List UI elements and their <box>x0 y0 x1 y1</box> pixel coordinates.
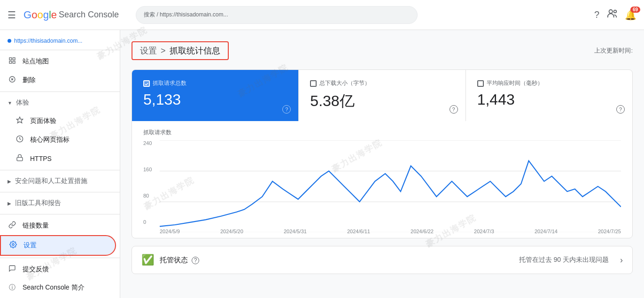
chart-svg <box>160 140 621 232</box>
x-label-6: 2024/7/14 <box>535 229 558 234</box>
stat-card-response-time[interactable]: 平均响应时间（毫秒） 1,443 ? <box>466 70 632 121</box>
google-logo-text: Google <box>23 9 57 21</box>
links-icon <box>8 221 17 230</box>
svg-rect-2 <box>9 58 12 60</box>
remove-label: 删除 <box>23 76 36 84</box>
core-web-label: 核心网页指标 <box>30 136 70 144</box>
divider-3 <box>0 170 120 170</box>
breadcrumb: 设置 > 抓取统计信息 <box>132 41 229 60</box>
hosting-status-desc: 托管在过去 90 天内未出现问题 <box>519 256 609 264</box>
x-label-4: 2024/6/22 <box>411 229 434 234</box>
status-check-icon: ✅ <box>141 254 154 266</box>
stats-container: 抓取请求总数 5,133 ? 总下载大小（字节） 5.38亿 ? <box>132 69 633 238</box>
remove-icon <box>8 76 17 85</box>
stat2-value: 5.38亿 <box>310 91 454 112</box>
notification-badge: 69 <box>630 7 640 13</box>
sidebar-url[interactable]: https://thisisadomain.com... <box>0 34 120 48</box>
chart-container: 240 160 80 0 <box>143 140 621 234</box>
security-section[interactable]: ▶ 安全问题和人工处置措施 <box>0 172 120 190</box>
help-icon[interactable]: ? <box>594 9 599 20</box>
settings-label: 设置 <box>23 241 37 250</box>
page-experience-label: 页面体验 <box>30 117 56 125</box>
chart-title: 抓取请求数 <box>143 129 621 137</box>
sidebar-item-settings[interactable]: 设置 <box>0 235 116 256</box>
sidebar-item-links[interactable]: 链接数量 <box>0 216 116 235</box>
x-label-7: 2024/7/25 <box>598 229 621 234</box>
topbar-actions: ? 🔔 69 <box>594 8 636 21</box>
x-label-3: 2024/6/11 <box>347 229 370 234</box>
x-label-1: 2024/5/20 <box>220 229 243 234</box>
page-experience-icon <box>15 116 24 126</box>
product-name-label: Search Console <box>59 10 119 20</box>
sidebar-item-core-web[interactable]: 核心网页指标 <box>0 130 116 149</box>
sidebar-item-remove[interactable]: 删除 <box>0 71 116 90</box>
svg-rect-5 <box>9 61 12 63</box>
svg-point-0 <box>609 10 613 13</box>
svg-marker-9 <box>16 117 23 123</box>
stat-card-download-size[interactable]: 总下载大小（字节） 5.38亿 ? <box>299 70 466 121</box>
stat-label-3: 平均响应时间（毫秒） <box>477 79 621 87</box>
hosting-help-icon[interactable]: ? <box>192 257 199 264</box>
sidebar-item-intro[interactable]: ⓘ Search Console 简介 <box>0 279 116 297</box>
svg-rect-4 <box>13 61 15 63</box>
notification-icon[interactable]: 🔔 69 <box>625 9 636 21</box>
divider-1 <box>0 50 120 50</box>
y-label-160: 160 <box>143 167 157 172</box>
svg-rect-3 <box>13 58 15 60</box>
https-label: HTTPS <box>30 155 52 162</box>
stats-cards: 抓取请求总数 5,133 ? 总下载大小（字节） 5.38亿 ? <box>132 70 632 121</box>
stat-label-1: 抓取请求总数 <box>143 79 287 87</box>
svg-point-1 <box>614 10 617 13</box>
svg-rect-11 <box>17 157 23 160</box>
sidebar: https://thisisadomain.com... 站点地图 删除 ▼ 体… <box>0 30 120 298</box>
chart-y-labels: 240 160 80 0 <box>143 140 157 225</box>
stat3-help-icon[interactable]: ? <box>616 105 625 114</box>
https-icon <box>15 154 24 163</box>
sidebar-url-text: https://thisisadomain.com... <box>14 38 82 44</box>
legacy-section[interactable]: ▶ 旧版工具和报告 <box>0 194 120 212</box>
sidebar-item-https[interactable]: HTTPS <box>0 149 116 168</box>
intro-icon: ⓘ <box>8 283 17 292</box>
y-label-0: 0 <box>143 219 157 225</box>
layout: https://thisisadomain.com... 站点地图 删除 ▼ 体… <box>0 30 644 298</box>
checkbox-checked <box>143 80 150 87</box>
stat3-label-text: 平均响应时间（毫秒） <box>487 79 543 87</box>
sidebar-item-page-experience[interactable]: 页面体验 <box>0 112 116 130</box>
hosting-status-card[interactable]: ✅ 托管状态 ? 托管在过去 90 天内未出现问题 › <box>132 246 633 274</box>
app-logo: Google Search Console <box>23 9 119 21</box>
stat3-value: 1,443 <box>477 91 621 108</box>
stat2-help-icon[interactable]: ? <box>450 105 458 114</box>
main-content: 设置 > 抓取统计信息 上次更新时间: 抓取请求总数 5, <box>120 30 644 298</box>
section-arrow: ▼ <box>8 100 12 106</box>
sitemap-label: 站点地图 <box>23 57 49 66</box>
settings-icon <box>8 241 18 250</box>
security-label: 安全问题和人工处置措施 <box>15 177 87 185</box>
y-label-240: 240 <box>143 140 157 146</box>
experience-section-label: 体验 <box>16 99 29 107</box>
search-bar[interactable]: 搜索 / https://thisisadomain.com... <box>136 6 418 24</box>
divider-4 <box>0 192 120 192</box>
topbar: ☰ Google Search Console 搜索 / https://thi… <box>0 0 644 30</box>
stat1-help-icon[interactable]: ? <box>282 105 291 114</box>
experience-section[interactable]: ▼ 体验 <box>0 94 120 112</box>
checkbox-empty-3 <box>477 80 484 87</box>
svg-point-12 <box>12 244 14 245</box>
breadcrumb-area: 设置 > 抓取统计信息 上次更新时间: <box>132 41 633 60</box>
search-text: 搜索 / https://thisisadomain.com... <box>144 11 228 19</box>
sitemap-icon <box>8 57 17 66</box>
breadcrumb-current: 抓取统计信息 <box>170 45 220 56</box>
menu-icon[interactable]: ☰ <box>8 9 16 21</box>
intro-label: Search Console 简介 <box>23 283 85 292</box>
links-label: 链接数量 <box>23 222 49 230</box>
account-icon[interactable] <box>607 8 617 21</box>
breadcrumb-separator: > <box>161 46 166 56</box>
stat2-label-text: 总下载大小（字节） <box>319 79 370 87</box>
sidebar-item-sitemap[interactable]: 站点地图 <box>0 52 116 71</box>
checkbox-empty-2 <box>310 80 317 87</box>
sidebar-item-feedback[interactable]: 提交反馈 <box>0 260 116 279</box>
y-label-80: 80 <box>143 193 157 199</box>
stat-card-crawl-requests[interactable]: 抓取请求总数 5,133 ? <box>132 70 299 121</box>
stat1-label-text: 抓取请求总数 <box>153 79 186 87</box>
divider-6 <box>0 258 120 258</box>
feedback-label: 提交反馈 <box>23 265 49 274</box>
